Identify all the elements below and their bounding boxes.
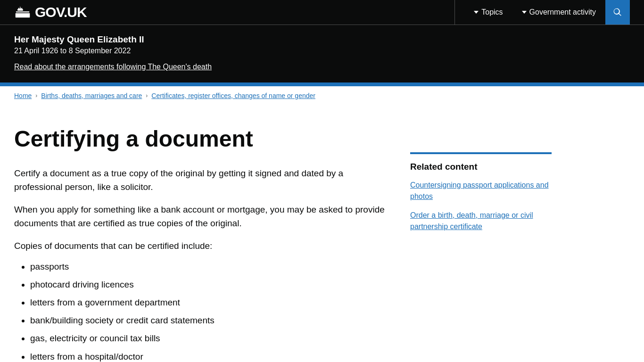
list-item: photocard driving licences — [30, 277, 391, 293]
breadcrumb-category[interactable]: Births, deaths, marriages and care — [41, 92, 142, 99]
memorial-link[interactable]: Read about the arrangements following Th… — [14, 63, 212, 71]
page-title: Certifying a document — [14, 126, 391, 152]
gov-uk-wordmark: GOV.UK — [35, 4, 87, 20]
content-main: Certifying a document Certify a document… — [14, 115, 391, 362]
breadcrumb-nav: Home › Births, deaths, marriages and car… — [0, 86, 644, 105]
related-link-1[interactable]: Countersigning passport applications and… — [410, 180, 552, 202]
chevron-down-icon — [474, 11, 479, 14]
blue-decorative-bar — [0, 82, 644, 86]
list-item: bank/building society or credit card sta… — [30, 313, 391, 329]
list-item: passports — [30, 259, 391, 275]
memorial-banner: Her Majesty Queen Elizabeth II 21 April … — [0, 25, 644, 82]
header-navigation: Topics Government activity — [464, 0, 605, 25]
svg-rect-1 — [16, 13, 30, 17]
gov-uk-logo[interactable]: GOV.UK — [14, 4, 445, 20]
breadcrumb: Home › Births, deaths, marriages and car… — [14, 92, 630, 99]
header-divider — [454, 0, 455, 25]
breadcrumb-separator-2: › — [146, 92, 148, 99]
list-item: gas, electricity or council tax bills — [30, 330, 391, 346]
certified-documents-list: passports photocard driving licences let… — [25, 259, 391, 362]
government-activity-button[interactable]: Government activity — [512, 0, 605, 25]
memorial-name: Her Majesty Queen Elizabeth II — [14, 34, 630, 45]
topics-button[interactable]: Topics — [464, 0, 512, 25]
list-intro-text: Copies of documents that can be certifie… — [14, 239, 391, 253]
crown-icon — [14, 5, 31, 20]
site-header: GOV.UK Topics Government activity — [0, 0, 644, 25]
breadcrumb-separator-1: › — [35, 92, 37, 99]
svg-rect-0 — [16, 11, 29, 12]
breadcrumb-home[interactable]: Home — [14, 92, 32, 99]
intro-paragraph: Certify a document as a true copy of the… — [14, 167, 391, 194]
chevron-down-icon-govt — [522, 11, 527, 14]
breadcrumb-subcategory[interactable]: Certificates, register offices, changes … — [151, 92, 315, 99]
government-activity-label: Government activity — [529, 8, 596, 16]
main-content-area: Certifying a document Certify a document… — [0, 105, 566, 362]
memorial-dates: 21 April 1926 to 8 September 2022 — [14, 47, 630, 55]
topics-label: Topics — [481, 8, 503, 16]
search-icon — [612, 7, 623, 17]
search-button[interactable] — [605, 0, 630, 25]
content-sidebar: Related content Countersigning passport … — [410, 152, 552, 362]
list-item: letters from a hospital/doctor — [30, 349, 391, 362]
list-item: letters from a government department — [30, 295, 391, 311]
body-paragraph: When you apply for something like a bank… — [14, 203, 391, 230]
related-content-title: Related content — [410, 162, 552, 172]
related-link-2[interactable]: Order a birth, death, marriage or civil … — [410, 210, 552, 232]
related-content-box: Related content Countersigning passport … — [410, 152, 552, 232]
